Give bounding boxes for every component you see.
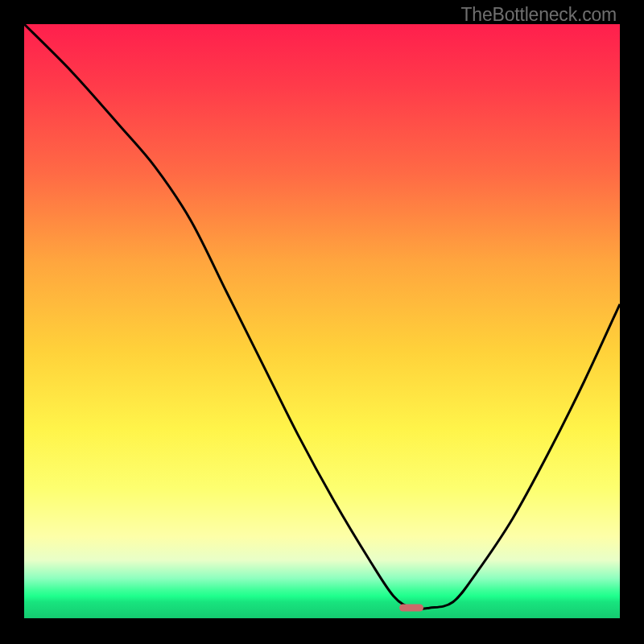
plot-area bbox=[24, 24, 620, 620]
chart-frame: TheBottleneck.com bbox=[0, 0, 644, 644]
curve-svg bbox=[24, 24, 620, 620]
watermark-text: TheBottleneck.com bbox=[461, 4, 617, 26]
optimum-marker bbox=[399, 605, 423, 612]
bottleneck-curve-path bbox=[24, 24, 620, 609]
